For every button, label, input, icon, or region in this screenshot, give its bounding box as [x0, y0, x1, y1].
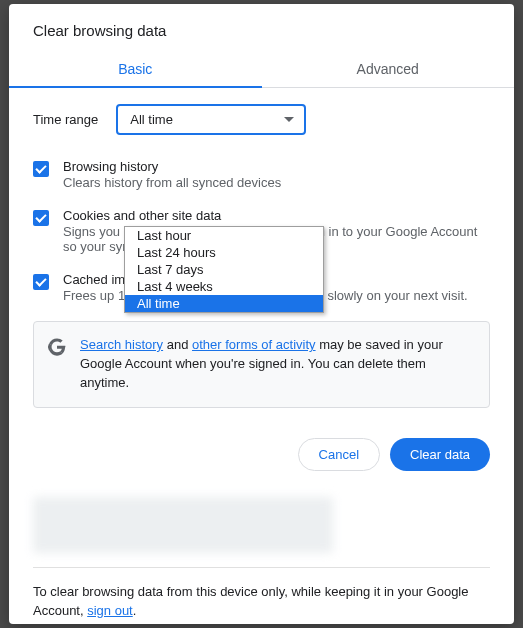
- time-range-dropdown[interactable]: Last hour Last 24 hours Last 7 days Last…: [124, 226, 324, 313]
- dropdown-item-all-time[interactable]: All time: [125, 295, 323, 312]
- clear-data-button[interactable]: Clear data: [390, 438, 490, 471]
- footer-text: To clear browsing data from this device …: [9, 568, 514, 621]
- other-activity-link[interactable]: other forms of activity: [192, 337, 316, 352]
- option-title: Cookies and other site data: [63, 208, 490, 223]
- google-icon: [48, 338, 66, 356]
- dropdown-item-last-hour[interactable]: Last hour: [125, 227, 323, 244]
- search-history-link[interactable]: Search history: [80, 337, 163, 352]
- checkbox-cache[interactable]: [33, 274, 49, 290]
- sign-out-link[interactable]: sign out: [87, 603, 133, 618]
- time-range-value: All time: [130, 112, 173, 127]
- dropdown-item-last-24-hours[interactable]: Last 24 hours: [125, 244, 323, 261]
- checkbox-browsing-history[interactable]: [33, 161, 49, 177]
- cancel-button[interactable]: Cancel: [298, 438, 380, 471]
- dropdown-item-last-4-weeks[interactable]: Last 4 weeks: [125, 278, 323, 295]
- tab-basic[interactable]: Basic: [9, 53, 262, 87]
- clear-browsing-data-dialog: Clear browsing data Basic Advanced Time …: [9, 4, 514, 624]
- time-range-label: Time range: [33, 112, 98, 127]
- tab-advanced[interactable]: Advanced: [262, 53, 515, 87]
- time-range-select[interactable]: All time: [116, 104, 306, 135]
- checkbox-cookies[interactable]: [33, 210, 49, 226]
- tabs: Basic Advanced: [9, 53, 514, 88]
- option-title: Browsing history: [63, 159, 281, 174]
- dropdown-item-last-7-days[interactable]: Last 7 days: [125, 261, 323, 278]
- caret-down-icon: [284, 117, 294, 123]
- info-box: Search history and other forms of activi…: [33, 321, 490, 408]
- info-text: Search history and other forms of activi…: [80, 336, 475, 393]
- profile-zone-blurred: [33, 497, 333, 553]
- dialog-title: Clear browsing data: [9, 4, 514, 53]
- option-desc: Clears history from all synced devices: [63, 175, 281, 190]
